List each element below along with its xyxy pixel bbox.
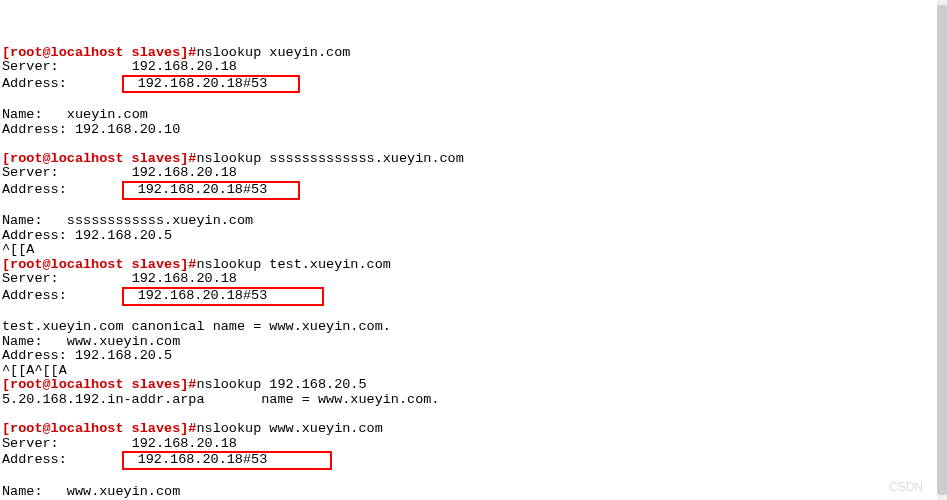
- shell-prompt: [root@localhost slaves]#: [2, 45, 196, 60]
- command-text: nslookup test.xueyin.com: [196, 257, 390, 272]
- result-name-value: www.xueyin.com: [67, 334, 180, 349]
- scrollbar-thumb[interactable]: [937, 5, 947, 495]
- server-value: 192.168.20.18: [132, 165, 237, 180]
- address-value: 192.168.20.18#53: [138, 76, 268, 91]
- shell-prompt: [root@localhost slaves]#: [2, 257, 196, 272]
- result-name-value: ssssssssssss.xueyin.com: [67, 213, 253, 228]
- result-name-label: Name:: [2, 107, 43, 122]
- result-name-label: Name:: [2, 334, 43, 349]
- address-highlight: 192.168.20.18#53: [122, 181, 300, 200]
- address-highlight: 192.168.20.18#53: [122, 287, 324, 306]
- result-address-value: 192.168.20.5: [75, 348, 172, 363]
- command-text: nslookup xueyin.com: [196, 45, 350, 60]
- server-label: Server:: [2, 165, 59, 180]
- reverse-lookup-line: 5.20.168.192.in-addr.arpa name = www.xue…: [2, 392, 439, 407]
- address-label: Address:: [2, 452, 67, 467]
- address-label: Address:: [2, 288, 67, 303]
- result-name-label: Name:: [2, 484, 43, 499]
- address-value: 192.168.20.18#53: [138, 452, 268, 467]
- server-label: Server:: [2, 59, 59, 74]
- escape-sequence: ^[[A^[[A: [2, 363, 67, 378]
- result-address-value: 192.168.20.10: [75, 122, 180, 137]
- command-text: nslookup www.xueyin.com: [196, 421, 382, 436]
- address-label: Address:: [2, 76, 67, 91]
- scrollbar[interactable]: [937, 0, 947, 500]
- command-text: nslookup 192.168.20.5: [196, 377, 366, 392]
- watermark: CSDN: [889, 481, 923, 494]
- result-address-value: 192.168.20.5: [75, 228, 172, 243]
- server-value: 192.168.20.18: [132, 59, 237, 74]
- address-highlight: 192.168.20.18#53: [122, 451, 332, 470]
- result-address-label: Address:: [2, 122, 67, 137]
- address-highlight: 192.168.20.18#53: [122, 75, 300, 94]
- canonical-line: test.xueyin.com canonical name = www.xue…: [2, 319, 391, 334]
- shell-prompt: [root@localhost slaves]#: [2, 151, 196, 166]
- shell-prompt: [root@localhost slaves]#: [2, 377, 196, 392]
- result-address-label: Address:: [2, 348, 67, 363]
- server-label: Server:: [2, 436, 59, 451]
- result-name-value: xueyin.com: [67, 107, 148, 122]
- result-name-value: www.xueyin.com: [67, 484, 180, 499]
- server-value: 192.168.20.18: [132, 271, 237, 286]
- result-address-label: Address:: [2, 228, 67, 243]
- address-value: 192.168.20.18#53: [138, 288, 268, 303]
- terminal-output: [root@localhost slaves]#nslookup xueyin.…: [2, 46, 947, 500]
- command-text: nslookup sssssssssssss.xueyin.com: [196, 151, 463, 166]
- address-label: Address:: [2, 182, 67, 197]
- address-value: 192.168.20.18#53: [138, 182, 268, 197]
- server-label: Server:: [2, 271, 59, 286]
- escape-sequence: ^[[A: [2, 242, 34, 257]
- shell-prompt: [root@localhost slaves]#: [2, 421, 196, 436]
- result-name-label: Name:: [2, 213, 43, 228]
- server-value: 192.168.20.18: [132, 436, 237, 451]
